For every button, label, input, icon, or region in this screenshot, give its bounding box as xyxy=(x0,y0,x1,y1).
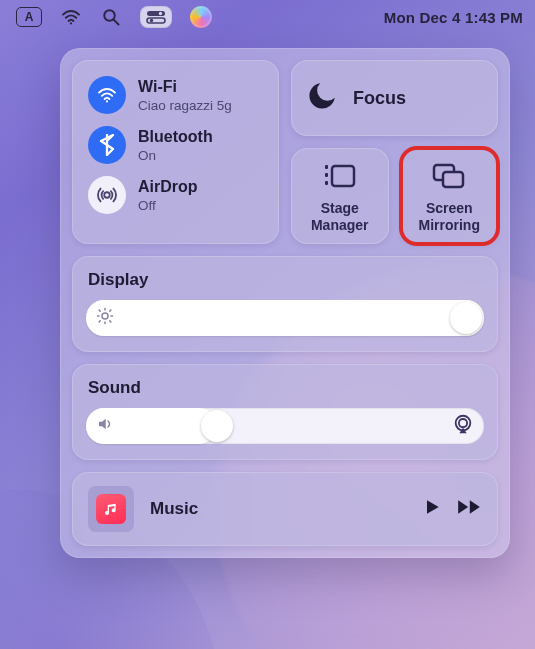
network-card: Wi-Fi Ciao ragazzi 5g Bluetooth On Air xyxy=(72,60,279,244)
svg-rect-12 xyxy=(332,166,354,186)
sound-section: Sound xyxy=(72,364,498,460)
svg-line-20 xyxy=(99,310,100,311)
svg-line-21 xyxy=(110,320,111,321)
svg-rect-9 xyxy=(325,165,328,169)
display-section: Display xyxy=(72,256,498,352)
wifi-icon xyxy=(88,76,126,114)
display-title: Display xyxy=(88,270,482,290)
album-art xyxy=(88,486,134,532)
airdrop-title: AirDrop xyxy=(138,178,198,196)
svg-line-23 xyxy=(99,320,100,321)
volume-icon xyxy=(96,415,114,437)
wifi-toggle[interactable]: Wi-Fi Ciao ragazzi 5g xyxy=(82,70,269,120)
bluetooth-icon xyxy=(88,126,126,164)
airdrop-subtitle: Off xyxy=(138,198,198,213)
input-source-menu[interactable]: A xyxy=(16,7,42,27)
svg-rect-3 xyxy=(147,11,165,16)
svg-line-2 xyxy=(114,20,119,25)
now-playing-card[interactable]: Music xyxy=(72,472,498,546)
airdrop-toggle[interactable]: AirDrop Off xyxy=(82,170,269,220)
play-button[interactable] xyxy=(422,497,442,521)
focus-label: Focus xyxy=(353,88,406,109)
bluetooth-subtitle: On xyxy=(138,148,213,163)
svg-point-8 xyxy=(104,192,110,198)
input-source-label: A xyxy=(25,10,34,24)
control-center-menubar-icon[interactable] xyxy=(140,6,172,28)
now-playing-title: Music xyxy=(150,499,406,519)
bluetooth-title: Bluetooth xyxy=(138,128,213,146)
spotlight-icon[interactable] xyxy=(100,6,122,28)
stage-manager-tile[interactable]: Stage Manager xyxy=(291,148,389,244)
focus-toggle[interactable]: Focus xyxy=(291,60,498,136)
menubar: A Mon Dec 4 1:43 PM xyxy=(0,0,535,34)
svg-point-0 xyxy=(70,22,72,24)
stage-manager-label: Stage Manager xyxy=(311,200,369,234)
display-slider[interactable] xyxy=(86,300,484,336)
music-app-icon xyxy=(96,494,126,524)
wifi-title: Wi-Fi xyxy=(138,78,232,96)
svg-rect-10 xyxy=(325,173,328,177)
svg-point-5 xyxy=(159,12,162,15)
menubar-datetime[interactable]: Mon Dec 4 1:43 PM xyxy=(384,9,523,26)
siri-icon[interactable] xyxy=(190,6,212,28)
svg-point-15 xyxy=(102,313,108,319)
bluetooth-toggle[interactable]: Bluetooth On xyxy=(82,120,269,170)
screen-mirroring-tile[interactable]: Screen Mirroring xyxy=(401,148,499,244)
svg-point-25 xyxy=(459,419,467,427)
svg-rect-4 xyxy=(147,18,165,23)
svg-rect-11 xyxy=(325,181,328,185)
airdrop-icon xyxy=(88,176,126,214)
wifi-menubar-icon[interactable] xyxy=(60,6,82,28)
control-center-panel: Wi-Fi Ciao ragazzi 5g Bluetooth On Air xyxy=(60,48,510,558)
moon-icon xyxy=(305,79,339,117)
airplay-audio-icon[interactable] xyxy=(452,413,474,439)
svg-point-7 xyxy=(106,100,108,102)
sound-title: Sound xyxy=(88,378,482,398)
wifi-subtitle: Ciao ragazzi 5g xyxy=(138,98,232,113)
next-track-button[interactable] xyxy=(456,497,482,521)
screen-mirroring-icon xyxy=(431,162,467,194)
right-column: Focus Stage Manager Screen Mirroring xyxy=(291,60,498,244)
sound-slider[interactable] xyxy=(86,408,484,444)
svg-point-6 xyxy=(150,19,153,22)
svg-line-22 xyxy=(110,310,111,311)
svg-rect-14 xyxy=(443,172,463,187)
brightness-icon xyxy=(96,307,114,329)
stage-manager-icon xyxy=(323,162,357,194)
screen-mirroring-label: Screen Mirroring xyxy=(419,200,480,234)
